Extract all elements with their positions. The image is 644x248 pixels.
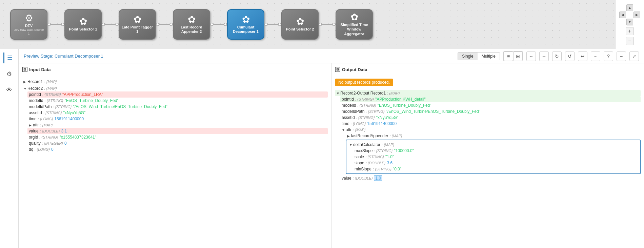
nav-up-btn[interactable]: ▲ — [626, 4, 633, 11]
expand-btn[interactable]: ⤢ — [629, 51, 639, 61]
single-btn[interactable]: Single — [458, 53, 477, 60]
list-view-btn[interactable]: ≡ — [504, 51, 513, 61]
record2-time-key: time — [29, 117, 37, 121]
node-box-lra[interactable]: ✿ Last Record Appender 2 — [173, 9, 210, 40]
zoom-in-btn[interactable]: + — [626, 27, 634, 35]
refresh2-btn[interactable]: ↺ — [565, 51, 575, 61]
nav-left-btn[interactable]: ◀ — [619, 12, 626, 18]
out-lra-row: ▶ lastRecordAppender : {MAP} — [346, 133, 641, 139]
refresh-btn[interactable]: ↻ — [552, 51, 562, 61]
connector-6 — [319, 23, 336, 26]
record2-attr-arrow[interactable]: ▶ — [29, 123, 33, 127]
record2-orgid-row: orgId : {STRING} "o15554837323641" — [27, 134, 328, 140]
cd-icon: ✿ — [242, 15, 250, 24]
output-record2-fields: pointId : {STRING} "APProduction.KWH_det… — [340, 96, 641, 182]
node-box-ps2[interactable]: ✿ Point Selector 2 — [281, 9, 319, 40]
nav-empty-3 — [619, 19, 626, 25]
out-attr-children: ▶ lastRecordAppender : {MAP} ▼ deltaCalc… — [346, 133, 641, 174]
node-point-selector-2[interactable]: ✿ Point Selector 2 — [281, 9, 319, 40]
next-btn[interactable]: → — [539, 51, 549, 61]
record1-arrow[interactable]: ▶ — [23, 80, 27, 84]
out-pointid-val: "APProduction.KWH_detail" — [375, 97, 426, 102]
out-modelidpath-val: "/EnOS_Wind_Turbine/EnOS_Turbine_Doubly_… — [386, 109, 480, 114]
preview-bar: Preview Stage: Cumulant Decomposer 1 Sin… — [19, 49, 644, 63]
nav-empty-4 — [633, 19, 640, 25]
left-sidebar: ☰ ⚙ 👁 — [0, 49, 19, 248]
out-value-val: 1.0 — [374, 175, 382, 181]
out-modelid-type: : {STRING} — [358, 103, 376, 107]
dot-8 — [224, 23, 227, 26]
node-simplified-time-window[interactable]: ✿ Simplified Time Window Aggregator — [336, 9, 373, 40]
pipeline-area: ⚙ DEV Dev Raw Data Source 1 ✿ Point Sele… — [0, 0, 644, 49]
collapse-btn[interactable]: − — [617, 51, 626, 61]
nav-empty-1 — [619, 4, 626, 11]
dot-7 — [210, 23, 214, 26]
out-dc-arrow[interactable]: ▼ — [349, 143, 353, 147]
nav-right-btn[interactable]: ▶ — [633, 12, 640, 18]
record2-modelidpath-key: modelIdPath — [29, 104, 52, 109]
out-time-row: time : {LONG} 1561911400000 — [340, 121, 641, 127]
sidebar-settings-icon[interactable]: ⚙ — [4, 68, 15, 79]
record2-dq-key: dq — [29, 147, 33, 152]
node-box-lpt[interactable]: ✿ Late Point Tagger 1 — [119, 9, 156, 40]
out-attr-row: ▼ attr : {MAP} — [340, 127, 641, 133]
line-6 — [322, 24, 332, 25]
multiple-btn[interactable]: Multiple — [478, 53, 500, 60]
node-cumulant-decomposer[interactable]: ✿ Cumulant Decomposer 1 — [227, 9, 264, 40]
out-lra-arrow[interactable]: ▶ — [347, 134, 351, 138]
dot-4 — [115, 23, 119, 26]
undo-btn[interactable]: ↩ — [578, 51, 587, 61]
stw-icon: ✿ — [350, 13, 358, 22]
connector-5 — [264, 23, 281, 26]
out-maxslope-val: "100000.0" — [394, 148, 414, 153]
record2-time-type: : {LONG} — [38, 117, 53, 121]
input-panel-title: Input Data — [29, 67, 51, 72]
line-2 — [105, 24, 115, 25]
out-modelidpath-type: : {STRING} — [366, 109, 384, 113]
view-toggle: ≡ ⊞ — [503, 51, 523, 61]
out-pointid-row: pointId : {STRING} "APProduction.KWH_det… — [340, 96, 641, 102]
out-assetid-type: : {STRING} — [356, 116, 375, 120]
more-btn[interactable]: ··· — [591, 51, 600, 61]
record2-pointid-row: pointId : {STRING} "APPProduction_LRA" — [27, 91, 328, 98]
node-box-dev[interactable]: ⚙ DEV Dev Raw Data Source 1 — [10, 9, 47, 40]
record2-value-row: value : {DOUBLE} 3.1 — [27, 128, 328, 134]
line-4 — [214, 24, 224, 25]
help-btn[interactable]: ? — [604, 51, 613, 61]
dot-1 — [47, 23, 51, 26]
node-box-cd[interactable]: ✿ Cumulant Decomposer 1 — [227, 9, 264, 40]
record2-value-val: 3.1 — [61, 129, 67, 133]
record2-orgid-val: "o15554837323641" — [59, 135, 96, 140]
record1-row: ▶ Record1 : {MAP} — [22, 79, 328, 85]
output-record2-type: : {MAP} — [387, 91, 400, 95]
node-dev[interactable]: ⚙ DEV Dev Raw Data Source 1 — [10, 9, 47, 40]
out-modelid-row: modelId : {STRING} "EnOS_Turbine_Doubly_… — [340, 102, 641, 108]
node-box-ps1[interactable]: ✿ Point Selector 1 — [64, 9, 102, 40]
output-record2-arrow[interactable]: ▼ — [336, 91, 340, 95]
node-last-record-appender[interactable]: ✿ Last Record Appender 2 — [173, 9, 210, 40]
ps1-title: Point Selector 1 — [69, 27, 97, 32]
node-box-stw[interactable]: ✿ Simplified Time Window Aggregator — [336, 9, 373, 40]
out-dc-row: ▼ deltaCalculator : {MAP} — [348, 142, 639, 148]
node-late-point-tagger[interactable]: ✿ Late Point Tagger 1 — [119, 9, 156, 40]
lra-icon: ✿ — [188, 15, 196, 24]
record1-item: ▶ Record1 : {MAP} — [22, 79, 328, 85]
sidebar-list-icon[interactable]: ☰ — [3, 53, 15, 63]
output-record2-key: Record2-Output Record1 — [340, 91, 386, 96]
out-minslope-val: "0.0" — [393, 167, 401, 171]
record2-quality-type: : {INTEGER} — [42, 141, 63, 145]
node-point-selector-1[interactable]: ✿ Point Selector 1 — [64, 9, 102, 40]
ps1-icon: ✿ — [79, 17, 87, 26]
nav-down-btn[interactable]: ▼ — [626, 19, 633, 25]
sidebar-eye-icon[interactable]: 👁 — [4, 84, 15, 95]
record2-modelid-type: : {STRING} — [45, 99, 63, 103]
zoom-out-btn[interactable]: − — [626, 37, 634, 45]
record2-arrow[interactable]: ▼ — [23, 87, 27, 90]
dev-subtitle: Dev Raw Data Source 1 — [13, 28, 45, 36]
output-panel-header: ⊡ Output Data — [335, 67, 641, 75]
prev-btn[interactable]: ← — [526, 51, 536, 61]
line-3 — [159, 24, 169, 25]
grid-view-btn[interactable]: ⊞ — [513, 51, 523, 61]
out-attr-arrow[interactable]: ▼ — [342, 128, 346, 132]
record2-orgid-key: orgId — [29, 135, 38, 140]
